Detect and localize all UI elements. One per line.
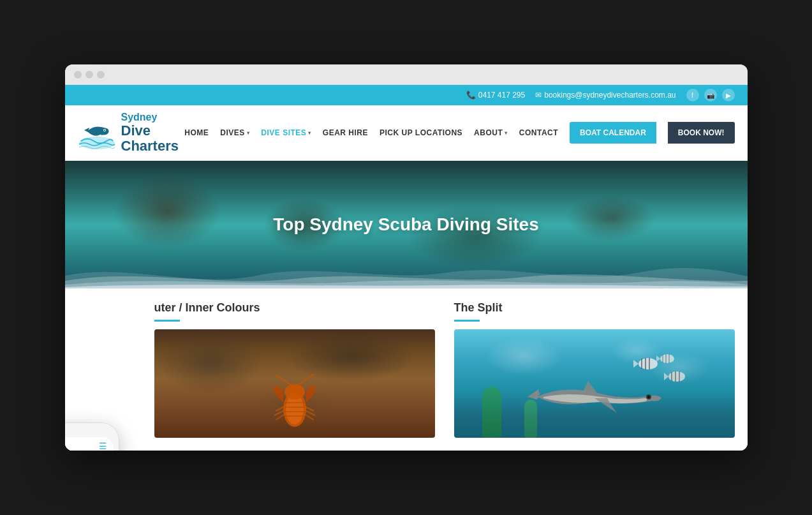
hero-title: Top Sydney Scuba Diving Sites (273, 214, 538, 235)
nav-links: HOME DIVES ▾ DIVE SITES ▾ GEAR HIRE PICK… (184, 122, 734, 144)
dive-card-2-image (454, 329, 735, 438)
website: 📞 0417 417 295 ✉ bookings@sydneydivechar… (65, 85, 748, 451)
logo-image (78, 112, 116, 154)
browser-titlebar (65, 64, 748, 85)
dives-chevron-icon: ▾ (247, 130, 250, 136)
logo-text: Sydney Dive Charters (121, 112, 179, 154)
traffic-light-minimize[interactable] (85, 71, 93, 78)
logo-area[interactable]: Sydney Dive Charters (78, 112, 179, 154)
browser-window: 📞 0417 417 295 ✉ bookings@sydneydivechar… (65, 64, 748, 451)
mobile-mockup: Sydney Dive Charters ☰ (65, 422, 119, 451)
dive-card-1: uter / Inner Colours (154, 301, 435, 438)
dive-card-2-title: The Split (454, 301, 735, 315)
nav-contact[interactable]: CONTACT (519, 128, 558, 137)
navbar: Sydney Dive Charters HOME DIVES ▾ DIVE S… (65, 105, 748, 161)
book-now-button[interactable]: BOOK NOW! (668, 122, 735, 144)
svg-line-10 (276, 375, 292, 385)
dive-card-2: The Split (454, 301, 735, 438)
dive-card-1-underline (154, 320, 180, 322)
logo-sydney: Sydney (121, 112, 179, 123)
social-links: f 📷 ▶ (686, 89, 735, 101)
phone-icon: 📞 (466, 91, 476, 100)
email-info: ✉ bookings@sydneydivecharters.com.au (535, 91, 675, 100)
hero-section: Top Sydney Scuba Diving Sites (65, 161, 748, 288)
nav-gear-hire[interactable]: GEAR HIRE (323, 128, 368, 137)
nav-dive-sites[interactable]: DIVE SITES ▾ (261, 128, 311, 137)
dive-sites-chevron-icon: ▾ (308, 130, 311, 136)
logo-dive: Dive (121, 123, 179, 138)
phone-info: 📞 0417 417 295 (466, 91, 525, 100)
phone-notch (65, 431, 77, 435)
hero-wave (65, 250, 748, 288)
phone-header: Sydney Dive Charters ☰ (65, 437, 114, 451)
svg-point-28 (660, 354, 674, 363)
traffic-light-maximize[interactable] (97, 71, 105, 78)
youtube-icon[interactable]: ▶ (722, 89, 735, 101)
nav-home[interactable]: HOME (184, 128, 209, 137)
svg-point-9 (284, 384, 305, 399)
phone-number: 0417 417 295 (478, 91, 525, 100)
content-wrapper: Sydney Dive Charters ☰ (65, 295, 748, 451)
facebook-icon[interactable]: f (686, 89, 699, 101)
logo-charters: Charters (121, 138, 179, 154)
phone-outer: Sydney Dive Charters ☰ (65, 422, 119, 451)
hamburger-icon: ☰ (99, 441, 107, 451)
instagram-icon[interactable]: 📷 (704, 89, 717, 101)
nav-about[interactable]: ABOUT ▾ (474, 128, 508, 137)
svg-point-2 (104, 130, 105, 131)
about-chevron-icon: ▾ (505, 130, 508, 136)
svg-line-11 (297, 374, 314, 385)
svg-point-24 (668, 371, 685, 382)
boat-calendar-button[interactable]: BOAT CALENDAR (570, 122, 656, 144)
nav-dives[interactable]: DIVES ▾ (220, 128, 249, 137)
traffic-light-close[interactable] (74, 71, 82, 78)
nav-pickup[interactable]: PICK UP LOCATIONS (380, 128, 462, 137)
dive-card-2-underline (454, 320, 480, 322)
phone-screen: Sydney Dive Charters ☰ (65, 437, 114, 451)
dive-cards-row: uter / Inner Colours (142, 295, 748, 451)
top-bar: 📞 0417 417 295 ✉ bookings@sydneydivechar… (65, 85, 748, 105)
dive-card-1-title: uter / Inner Colours (154, 301, 435, 315)
dive-card-1-image (154, 329, 435, 438)
email-icon: ✉ (535, 91, 542, 100)
email-address: bookings@sydneydivecharters.com.au (544, 91, 675, 100)
